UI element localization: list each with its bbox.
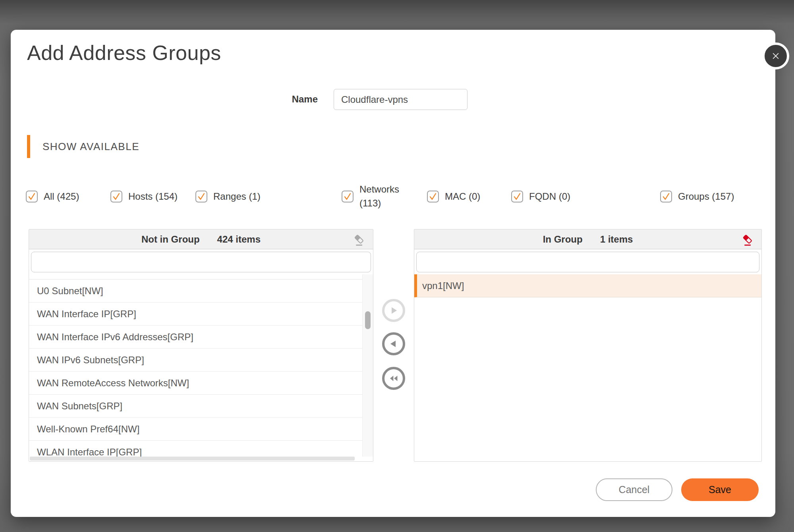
filter-label: MAC (0) (445, 190, 480, 204)
not-in-group-header: Not in Group 424 items (29, 229, 373, 249)
cancel-button[interactable]: Cancel (596, 478, 672, 501)
move-right-button[interactable] (382, 299, 405, 322)
dialog-title: Add Address Groups (27, 41, 221, 65)
filter-checkbox[interactable] (195, 191, 207, 202)
save-button[interactable]: Save (681, 478, 759, 501)
filter-item[interactable]: Networks (113) (342, 183, 427, 210)
in-group-count: 1 items (600, 234, 633, 245)
list-item-label: WAN RemoteAccess Networks[NW] (37, 378, 189, 389)
filter-label: Groups (157) (678, 190, 734, 204)
show-available-section: SHOW AVAILABLE (27, 135, 139, 158)
type-filters: All (425) Hosts (154) (26, 181, 751, 212)
right-search-input[interactable] (416, 252, 759, 272)
name-label: Name (272, 94, 318, 105)
list-item-label: vpn1[NW] (422, 280, 464, 291)
dimmed-background: Add Address Groups Name SHOW AVAILABLE A… (0, 0, 794, 532)
name-input[interactable] (334, 89, 468, 110)
checkmark-icon (196, 191, 207, 202)
filter-item[interactable]: FQDN (0) (511, 190, 660, 204)
right-search (414, 249, 761, 274)
show-available-label: SHOW AVAILABLE (43, 141, 139, 153)
close-icon (770, 50, 782, 62)
left-search (29, 249, 373, 274)
double-arrow-left-icon (388, 372, 400, 384)
in-group-panel: In Group 1 items (414, 229, 762, 462)
list-item[interactable]: U0 Subnet[NW] (29, 279, 362, 303)
list-item-label: WAN IPv6 Subnets[GRP] (37, 355, 144, 366)
left-search-input[interactable] (31, 252, 371, 272)
in-group-list: vpn1[NW] (414, 274, 761, 297)
list-item-label: WAN Interface IPv6 Addresses[GRP] (37, 332, 193, 343)
list-item[interactable]: WAN Interface IP[GRP] (29, 303, 362, 326)
in-group-title: In Group (543, 234, 583, 245)
filter-label: Networks (113) (359, 183, 404, 210)
section-accent-bar (27, 135, 30, 158)
scrollbar-thumb-horizontal[interactable] (30, 457, 355, 461)
filter-label: Hosts (154) (128, 190, 178, 204)
filter-item[interactable]: Hosts (154) (110, 190, 195, 204)
checkmark-icon (111, 191, 122, 202)
list-item-label: WAN Interface IP[GRP] (37, 308, 136, 320)
eraser-icon (741, 233, 754, 247)
list-item[interactable]: Well-Known Pref64[NW] (29, 418, 362, 441)
list-item[interactable]: WAN Interface IPv6 Addresses[GRP] (29, 326, 362, 349)
list-item[interactable]: WAN RemoteAccess Networks[NW] (29, 372, 362, 395)
filter-checkbox[interactable] (110, 191, 122, 202)
not-in-group-title: Not in Group (141, 234, 200, 245)
checkmark-icon (428, 191, 438, 202)
checkmark-icon (342, 191, 353, 202)
add-address-groups-dialog: Add Address Groups Name SHOW AVAILABLE A… (11, 30, 775, 517)
clear-in-group-button[interactable] (740, 232, 755, 247)
filter-checkbox[interactable] (427, 191, 439, 202)
partial-row (29, 274, 362, 279)
list-item[interactable]: vpn1[NW] (414, 274, 761, 297)
filter-item[interactable]: Groups (157) (660, 190, 734, 204)
arrow-right-icon (388, 305, 400, 316)
filter-label: Ranges (1) (213, 190, 261, 204)
list-item[interactable]: WAN Subnets[GRP] (29, 395, 362, 418)
list-item-label: U0 Subnet[NW] (37, 285, 103, 297)
filter-checkbox[interactable] (660, 191, 672, 202)
checkmark-icon (27, 191, 37, 202)
horizontal-scrollbar[interactable] (30, 457, 361, 461)
list-item-label: WLAN Interface IP[GRP] (37, 447, 142, 458)
filter-checkbox[interactable] (26, 191, 38, 202)
clear-left-selection-button[interactable] (352, 232, 367, 247)
not-in-group-list: U0 Subnet[NW] WAN Interface IP[GRP] WAN … (29, 274, 362, 462)
vertical-scrollbar[interactable] (362, 274, 373, 457)
filter-item[interactable]: Ranges (1) (195, 190, 342, 204)
not-in-group-panel: Not in Group 424 items (29, 229, 373, 462)
move-left-button[interactable] (382, 332, 405, 355)
filter-item[interactable]: All (425) (26, 190, 110, 204)
list-item-label: Well-Known Pref64[NW] (37, 424, 139, 435)
in-group-header: In Group 1 items (414, 229, 761, 249)
filter-label: All (425) (44, 190, 79, 204)
not-in-group-count: 424 items (217, 234, 261, 245)
checkmark-icon (512, 191, 522, 202)
filter-checkbox[interactable] (511, 191, 523, 202)
filter-checkbox[interactable] (342, 191, 354, 202)
scrollbar-thumb[interactable] (365, 311, 371, 329)
eraser-icon (352, 233, 366, 247)
double-arrow-left-button[interactable] (382, 367, 405, 390)
list-item[interactable]: WAN IPv6 Subnets[GRP] (29, 349, 362, 372)
list-item-label: WAN Subnets[GRP] (37, 401, 122, 412)
filter-label: FQDN (0) (529, 190, 570, 204)
checkmark-icon (661, 191, 671, 202)
close-button[interactable] (762, 42, 789, 69)
filter-item[interactable]: MAC (0) (427, 190, 511, 204)
arrow-left-icon (388, 338, 400, 350)
